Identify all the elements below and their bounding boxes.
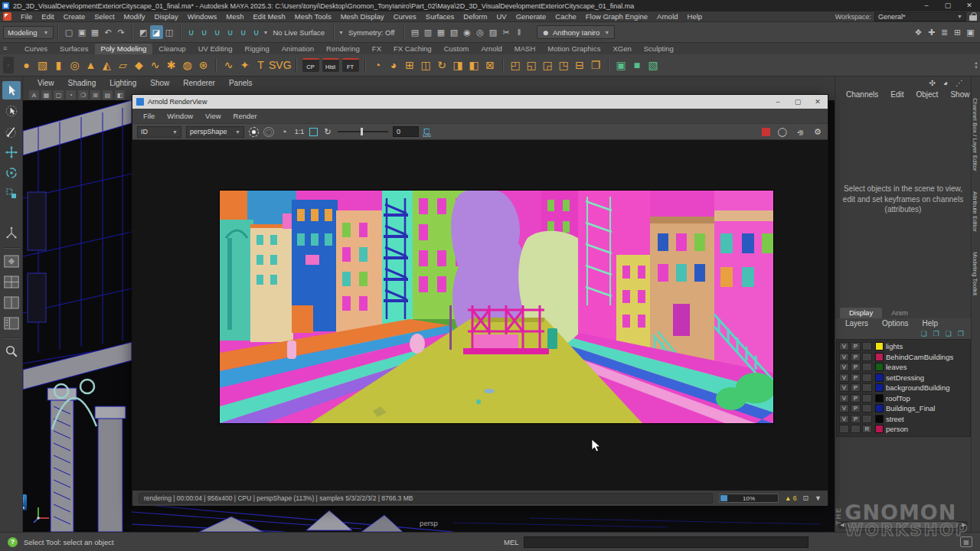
layer-playback-toggle[interactable]: P: [851, 363, 861, 371]
layer-row[interactable]: V P backgroundBuilding: [837, 383, 970, 393]
horizontal-scrollbar[interactable]: ◀ ▶: [838, 521, 968, 529]
menu-item[interactable]: Mesh: [221, 12, 248, 21]
render-tool-icon[interactable]: ▨: [487, 25, 500, 39]
shelf-popup-icon[interactable]: ◦: [3, 57, 14, 73]
layer-color-swatch[interactable]: [875, 415, 884, 423]
render-tool-icon[interactable]: ◎: [474, 25, 487, 39]
renderview-menu-item[interactable]: File: [137, 112, 161, 120]
layer-visibility-toggle[interactable]: V: [839, 363, 849, 371]
broadcast-icon[interactable]: •))): [795, 129, 805, 135]
shelf-tab[interactable]: Arnold: [475, 44, 508, 54]
chevron-down-icon[interactable]: ▼: [338, 30, 344, 35]
poly-tool-icon[interactable]: ◰: [508, 56, 524, 74]
render-tool-icon[interactable]: ◉: [461, 25, 474, 39]
poly-primitive-icon[interactable]: ◆: [131, 56, 147, 74]
shelf-tab[interactable]: FX: [366, 44, 387, 54]
layer-action-icon[interactable]: ❐: [933, 330, 939, 337]
snap-magnet-icon[interactable]: ∪: [224, 25, 237, 39]
poly-tool-icon[interactable]: ◳: [556, 56, 572, 74]
render-tool-icon[interactable]: ▧: [448, 25, 461, 39]
poly-primitive-icon[interactable]: ▮: [51, 56, 67, 74]
panel-toggle-icon[interactable]: ✚: [925, 25, 938, 39]
poly-edit-icon[interactable]: ◧: [466, 56, 482, 74]
layer-visibility-toggle[interactable]: V: [839, 404, 849, 412]
layer-visibility-toggle[interactable]: V: [839, 383, 849, 392]
poly-edit-icon[interactable]: ◨: [450, 56, 466, 74]
layout-outliner-pane-button[interactable]: [2, 314, 21, 332]
viewport-menu-item[interactable]: Show: [143, 79, 176, 87]
snap-magnet-icon[interactable]: ∪: [198, 25, 211, 39]
command-line-label[interactable]: MEL: [504, 538, 519, 546]
layer-visibility-toggle[interactable]: [839, 425, 849, 433]
layer-playback-toggle[interactable]: P: [851, 383, 861, 392]
poly-primitive-icon[interactable]: ▲: [83, 56, 99, 74]
rgba-channels-icon[interactable]: ◯: [263, 127, 274, 137]
shelf-tab[interactable]: Rendering: [320, 44, 366, 54]
viewport-toggle-icon[interactable]: A: [29, 90, 39, 99]
menu-item[interactable]: Mesh Display: [336, 12, 389, 21]
layer-display-type-toggle[interactable]: [862, 363, 872, 371]
mel-command-input[interactable]: [524, 536, 808, 548]
layer-color-swatch[interactable]: [875, 353, 884, 361]
menu-item[interactable]: Display: [150, 12, 183, 21]
curve-text-icon[interactable]: T: [253, 56, 269, 74]
select-hierarchy-icon[interactable]: ◩: [137, 25, 150, 39]
uv-tool-icon[interactable]: ▣: [613, 56, 629, 74]
channel-box-menu-item[interactable]: Show: [946, 90, 974, 99]
select-tool-button[interactable]: [2, 81, 21, 99]
zoom-ratio-label[interactable]: 1:1: [294, 128, 305, 135]
layer-color-swatch[interactable]: [875, 342, 884, 350]
script-editor-icon[interactable]: ▦: [960, 536, 972, 547]
sidebar-vertical-tab[interactable]: Modeling Toolkit: [972, 252, 978, 295]
snap-magnet-icon[interactable]: ∪: [250, 25, 263, 39]
symmetry-field[interactable]: Symmetry: Off: [344, 28, 400, 37]
curve-text-icon[interactable]: ✦: [237, 56, 253, 74]
chevron-down-icon[interactable]: ▼: [263, 30, 269, 35]
layer-display-type-toggle[interactable]: [862, 373, 872, 382]
shelf-tab[interactable]: Cleanup: [152, 44, 191, 54]
shelf-menu-icon[interactable]: ≡: [3, 44, 7, 52]
shelf-scroll-arrows[interactable]: ▲▼: [974, 60, 978, 70]
minimize-icon[interactable]: –: [768, 95, 788, 109]
layer-name[interactable]: roofTop: [886, 394, 910, 403]
layer-playback-toggle[interactable]: P: [851, 342, 861, 350]
shelf-badge-button[interactable]: Hist: [322, 58, 339, 72]
layer-display-type-toggle[interactable]: [862, 415, 872, 423]
viewport-toggle-icon[interactable]: ◔: [66, 90, 76, 99]
layer-editor-tab[interactable]: Anim: [882, 308, 917, 318]
poly-edit-icon[interactable]: ◔: [370, 56, 386, 74]
layer-name[interactable]: person: [886, 425, 908, 433]
layer-visibility-toggle[interactable]: V: [839, 415, 849, 423]
layer-name[interactable]: Buildings_Final: [886, 404, 935, 412]
menu-set-dropdown[interactable]: Modeling▼: [3, 26, 54, 39]
layer-visibility-toggle[interactable]: V: [839, 394, 849, 403]
last-tool-button[interactable]: [2, 223, 21, 242]
exposure-value-field[interactable]: 0: [393, 126, 419, 137]
poly-tool-icon[interactable]: ◲: [540, 56, 556, 74]
arnold-renderview-window[interactable]: Arnold RenderView – ▢ ✕ FileWindowViewRe…: [132, 94, 828, 505]
layer-visibility-toggle[interactable]: V: [839, 373, 849, 382]
layer-color-swatch[interactable]: [875, 425, 884, 433]
menu-item[interactable]: Flow Graph Engine: [581, 12, 652, 21]
paint-select-tool-button[interactable]: [2, 122, 21, 141]
layer-playback-toggle[interactable]: P: [851, 404, 861, 412]
file-tool-icon[interactable]: ▢: [63, 25, 76, 39]
poly-edit-icon[interactable]: ⊞: [402, 56, 418, 74]
layer-name[interactable]: leaves: [886, 363, 906, 371]
menu-item[interactable]: Deform: [459, 12, 492, 21]
shelf-badge-button[interactable]: CP: [302, 58, 319, 72]
channel-pie-icon[interactable]: ◔: [279, 127, 289, 136]
viewport-toggle-icon[interactable]: ▦: [41, 90, 51, 99]
layer-row[interactable]: V P leaves: [837, 362, 970, 373]
layer-name[interactable]: street: [886, 415, 904, 423]
slider-thumb[interactable]: [361, 128, 363, 135]
menu-item[interactable]: Windows: [183, 12, 222, 21]
menu-item[interactable]: Mesh Tools: [290, 12, 336, 21]
uv-tool-icon[interactable]: ■: [629, 56, 645, 74]
refresh-render-icon[interactable]: ↻: [322, 127, 333, 137]
shelf-badge-button[interactable]: FT: [342, 58, 359, 72]
render-tool-icon[interactable]: ‖: [513, 25, 526, 39]
renderview-menu-item[interactable]: Render: [227, 112, 263, 120]
shelf-tab[interactable]: MASH: [508, 44, 541, 54]
channel-box-menu-item[interactable]: Channels: [841, 90, 883, 99]
